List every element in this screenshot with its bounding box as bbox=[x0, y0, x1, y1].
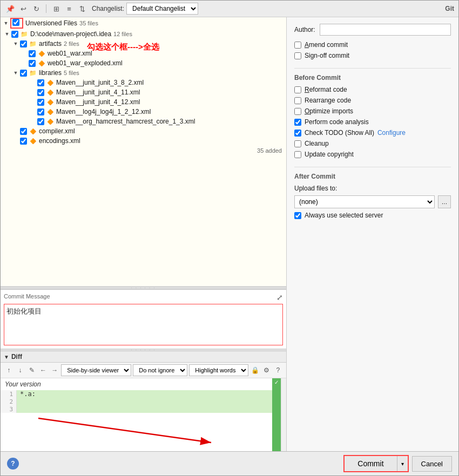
diff-viewer-dropdown[interactable]: Side-by-side viewer bbox=[61, 364, 131, 376]
diff-settings-btn[interactable]: ⚙ bbox=[262, 365, 272, 376]
changelist-dropdown[interactable]: Default Changelist bbox=[126, 3, 198, 15]
web01-war-item[interactable]: ▶ 🔶 web01_war.xml bbox=[1, 49, 286, 58]
reformat-code-checkbox[interactable] bbox=[294, 86, 301, 93]
author-input[interactable] bbox=[320, 24, 451, 36]
web01-war-exploded-checkbox[interactable] bbox=[29, 60, 36, 67]
diff-up-btn[interactable]: ↑ bbox=[4, 365, 14, 376]
maven-junit-382-label: Maven__junit_junit_3_8_2.xml bbox=[56, 79, 144, 86]
maven-log4j-item[interactable]: ▶ 🔶 Maven__log4j_log4j_1_2_12.xml bbox=[1, 107, 286, 117]
browse-btn[interactable]: … bbox=[438, 195, 451, 208]
idea-dir-item[interactable]: ▼ 📁 D:\code\maven-project\.idea 12 files bbox=[1, 29, 286, 39]
diff-back-btn[interactable]: ← bbox=[38, 365, 48, 376]
configure-link[interactable]: Configure bbox=[377, 129, 406, 137]
maven-log4j-checkbox[interactable] bbox=[37, 108, 44, 115]
always-use-server-checkbox[interactable] bbox=[294, 212, 301, 219]
upload-dropdown-row: (none) … bbox=[294, 195, 451, 208]
diff-line-3: 3 bbox=[1, 405, 272, 413]
maven-junit-412-checkbox[interactable] bbox=[37, 99, 44, 106]
diff-down-btn[interactable]: ↓ bbox=[15, 365, 25, 376]
diff-help-btn[interactable]: ? bbox=[273, 365, 283, 376]
diff-highlight-dropdown[interactable]: Highlight words bbox=[189, 364, 248, 376]
reformat-code-row: Reformat code bbox=[294, 86, 451, 93]
maven-hamcrest-item[interactable]: ▶ 🔶 Maven__org_hamcrest_hamcrest_core_1_… bbox=[1, 117, 286, 126]
maven-junit-412-item[interactable]: ▶ 🔶 Maven__junit_junit_4_12.xml bbox=[1, 97, 286, 107]
artifacts-label: artifacts bbox=[39, 40, 62, 47]
cancel-button[interactable]: Cancel bbox=[412, 456, 452, 472]
expand-icon[interactable]: ⇅ bbox=[77, 3, 87, 14]
web01-war-checkbox[interactable] bbox=[29, 50, 36, 57]
before-commit-title: Before Commit bbox=[294, 74, 451, 81]
diff-collapse-arrow[interactable]: ▼ bbox=[4, 354, 9, 360]
maven-junit-411-checkbox[interactable] bbox=[37, 89, 44, 96]
diff-ignore-dropdown[interactable]: Do not ignore bbox=[133, 364, 187, 376]
help-icon[interactable]: ? bbox=[7, 458, 19, 470]
libraries-checkbox[interactable] bbox=[20, 70, 27, 77]
line-num-2: 2 bbox=[1, 398, 17, 405]
content-area: 勾选这个框---->全选 ▼ Unversioned Files 35 file… bbox=[1, 17, 458, 451]
diff-header: ▼ Diff bbox=[1, 351, 286, 363]
diff-lock-btn[interactable]: 🔒 bbox=[250, 365, 260, 376]
rearrange-code-checkbox[interactable] bbox=[294, 97, 301, 104]
maven-hamcrest-checkbox[interactable] bbox=[37, 118, 44, 125]
sign-off-checkbox[interactable] bbox=[294, 52, 301, 59]
diff-toolbar: ↑ ↓ ✎ ← → Side-by-side viewer Do not ign… bbox=[1, 363, 286, 378]
unversioned-files-count: 35 files bbox=[79, 20, 98, 26]
encodings-xml-label: encodings.xml bbox=[39, 137, 80, 145]
web01-war-file-icon: 🔶 bbox=[37, 49, 46, 58]
main-window: 📌 ↩ ↻ ⊞ ≡ ⇅ Changelist: Default Changeli… bbox=[0, 0, 459, 476]
idea-folder-icon: 📁 bbox=[20, 30, 29, 38]
libraries-folder-icon: 📁 bbox=[29, 69, 37, 77]
encodings-xml-item[interactable]: ▶ 🔶 encodings.xml bbox=[1, 136, 286, 146]
maven-junit-382-item[interactable]: ▶ 🔶 Maven__junit_junit_3_8_2.xml bbox=[1, 78, 286, 87]
expand-commit-msg-icon[interactable]: ⤢ bbox=[276, 293, 283, 302]
cleanup-checkbox[interactable] bbox=[294, 140, 301, 147]
compiler-xml-item[interactable]: ▶ 🔶 compiler.xml bbox=[1, 126, 286, 136]
maven-junit-382-icon: 🔶 bbox=[46, 78, 55, 87]
commit-dropdown-btn[interactable]: ▾ bbox=[397, 456, 408, 471]
artifacts-item[interactable]: ▼ 📁 artifacts 2 files bbox=[1, 39, 286, 49]
upload-label-row: Upload files to: bbox=[294, 185, 451, 192]
changelist-label: Changelist: bbox=[92, 5, 124, 12]
check-todo-checkbox[interactable] bbox=[294, 130, 301, 137]
maven-junit-411-item[interactable]: ▶ 🔶 Maven__junit_junit_4_11.xml bbox=[1, 87, 286, 97]
diff-line-2: 2 bbox=[1, 398, 272, 405]
diff-lines-area: Your version 1 *.a: 2 3 bbox=[1, 378, 272, 451]
sort-icon[interactable]: ≡ bbox=[64, 3, 75, 14]
undo-icon[interactable]: ↩ bbox=[18, 3, 29, 14]
artifacts-checkbox[interactable] bbox=[20, 40, 27, 47]
tree-root-item[interactable]: ▼ Unversioned Files 35 files bbox=[1, 17, 286, 29]
optimize-imports-checkbox[interactable] bbox=[294, 108, 301, 115]
commit-btn-group: Commit ▾ bbox=[343, 455, 408, 472]
optimize-imports-label: Optimize imports bbox=[305, 107, 353, 115]
commit-textarea[interactable]: 初始化项目 bbox=[4, 304, 283, 345]
unversioned-files-checkbox[interactable] bbox=[12, 19, 19, 26]
help-label: ? bbox=[11, 460, 15, 467]
update-copyright-label: Update copyright bbox=[305, 151, 354, 158]
encodings-xml-checkbox[interactable] bbox=[20, 138, 27, 145]
upload-dropdown[interactable]: (none) bbox=[294, 195, 435, 208]
diff-label: Diff bbox=[11, 353, 22, 361]
update-copyright-checkbox[interactable] bbox=[294, 151, 301, 158]
maven-junit-382-checkbox[interactable] bbox=[37, 79, 44, 86]
pin-icon[interactable]: 📌 bbox=[5, 3, 16, 14]
compiler-xml-icon: 🔶 bbox=[29, 127, 37, 135]
commit-button[interactable]: Commit bbox=[345, 456, 396, 471]
diff-check-mark: ✓ bbox=[272, 378, 281, 451]
commit-message-area: Commit Message ⤢ 初始化项目 bbox=[1, 289, 286, 349]
upload-files-label: Upload files to: bbox=[294, 185, 337, 192]
refresh-icon[interactable]: ↻ bbox=[31, 3, 42, 14]
libraries-item[interactable]: ▼ 📁 libraries 5 files bbox=[1, 68, 286, 78]
check-todo-row: Check TODO (Show All) Configure bbox=[294, 129, 451, 137]
diff-edit-btn[interactable]: ✎ bbox=[27, 365, 37, 376]
group-icon[interactable]: ⊞ bbox=[51, 3, 62, 14]
perform-analysis-checkbox[interactable] bbox=[294, 119, 301, 126]
diff-forward-btn[interactable]: → bbox=[50, 365, 59, 376]
amend-commit-checkbox[interactable] bbox=[294, 42, 301, 49]
web01-war-exploded-item[interactable]: ▶ 🔶 web01_war_exploded.xml bbox=[1, 58, 286, 68]
compiler-xml-checkbox[interactable] bbox=[20, 128, 27, 135]
always-use-server-label: Always use selected server bbox=[305, 212, 383, 219]
line-num-1: 1 bbox=[1, 390, 17, 398]
idea-dir-checkbox[interactable] bbox=[11, 31, 18, 38]
diff-scrollbar[interactable] bbox=[281, 378, 286, 451]
cleanup-row: Cleanup bbox=[294, 140, 451, 147]
